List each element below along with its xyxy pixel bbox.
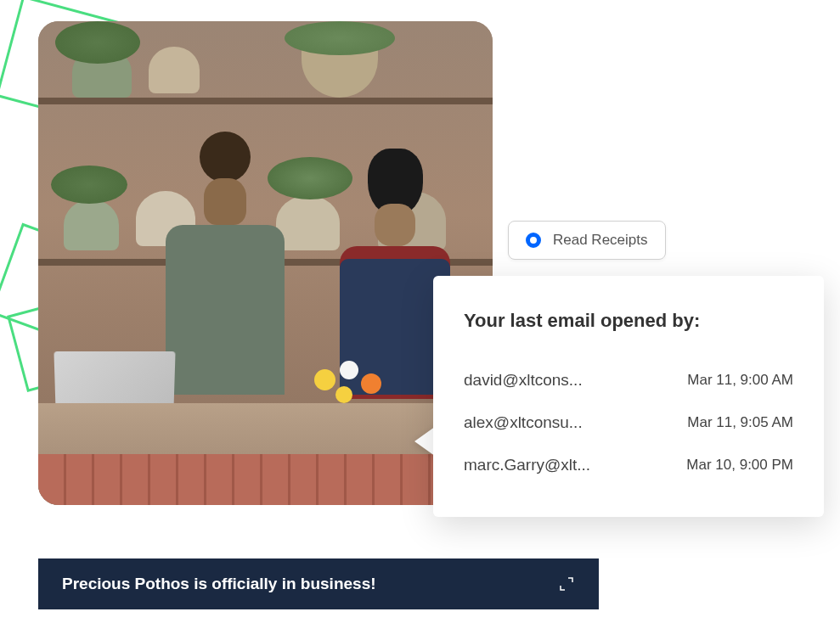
read-receipts-badge[interactable]: Read Receipts (508, 221, 666, 260)
email-row: alex@xltconsu... Mar 11, 9:05 AM (464, 401, 793, 444)
email-address: marc.Garry@xlt... (464, 456, 590, 474)
email-address: david@xltcons... (464, 371, 583, 390)
announcement-banner: Precious Pothos is officially in busines… (38, 558, 599, 609)
email-opened-card: Your last email opened by: david@xltcons… (433, 276, 824, 517)
email-card-title: Your last email opened by: (464, 310, 793, 332)
email-timestamp: Mar 11, 9:05 AM (687, 414, 793, 431)
read-receipts-label: Read Receipts (553, 232, 648, 249)
email-timestamp: Mar 10, 9:00 PM (686, 457, 793, 474)
banner-text: Precious Pothos is officially in busines… (62, 575, 376, 593)
radio-selected-icon (526, 233, 541, 248)
email-row: marc.Garry@xlt... Mar 10, 9:00 PM (464, 444, 793, 486)
email-row: david@xltcons... Mar 11, 9:00 AM (464, 359, 793, 401)
email-address: alex@xltconsu... (464, 413, 583, 432)
email-timestamp: Mar 11, 9:00 AM (687, 372, 793, 389)
expand-icon[interactable] (558, 575, 575, 592)
